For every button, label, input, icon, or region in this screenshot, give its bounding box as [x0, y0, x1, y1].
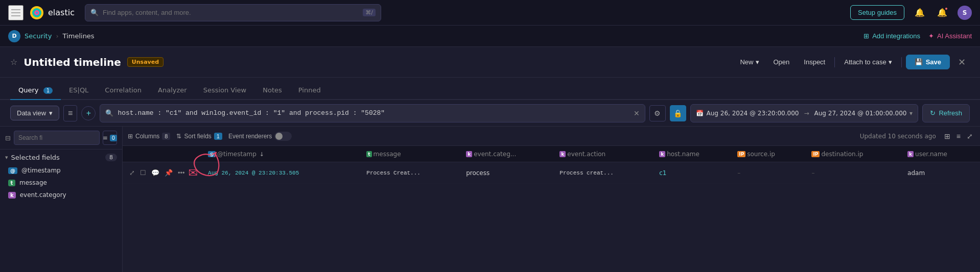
- data-grid-button[interactable]: ⚙: [649, 105, 666, 121]
- table-row: ⤢ ☐ 💬 📌 ••• ✉ Aug 26, 2024 @ 23:20:33.50…: [123, 162, 980, 184]
- open-button[interactable]: Open: [768, 55, 795, 69]
- filter-count-badge: 0: [110, 135, 117, 141]
- tab-analyzer[interactable]: Analyzer: [150, 81, 195, 100]
- user-type-badge: k: [907, 151, 914, 157]
- close-button[interactable]: ✕: [954, 55, 970, 70]
- selected-fields-left: ▾ Selected fields: [5, 154, 60, 161]
- main-content: ⊟ ≡ 0 ▾ Selected fields 8 @ @timestamp: [0, 127, 980, 272]
- lock-button[interactable]: 🔒: [670, 105, 686, 121]
- grid-view-button[interactable]: ⊞: [942, 131, 952, 141]
- user-avatar[interactable]: S: [958, 6, 972, 20]
- notifications-button[interactable]: 🔔: [913, 6, 927, 19]
- top-nav: elastic 🔍 ⌘/ Setup guides 🔔 🔔 S: [0, 0, 980, 26]
- filter-icon: ≡: [103, 134, 108, 141]
- inspect-button[interactable]: Inspect: [799, 55, 830, 69]
- breadcrumb-sep: ›: [56, 32, 58, 40]
- hamburger-menu[interactable]: [8, 5, 24, 20]
- tab-query[interactable]: Query 1: [10, 81, 61, 100]
- event-renderers-button[interactable]: Event renderers: [228, 132, 292, 141]
- col-header-destination-ip: IP destination.ip: [806, 146, 902, 162]
- add-filter-button[interactable]: +: [81, 106, 96, 120]
- col-header-user-name: k user.name: [902, 146, 980, 162]
- event-renderers-toggle[interactable]: [274, 132, 292, 141]
- data-view-label: Data view: [17, 109, 46, 117]
- sort-fields-button[interactable]: ⇅ Sort fields 1: [176, 133, 222, 140]
- query-clear-button[interactable]: ✕: [634, 109, 640, 117]
- field-item-message[interactable]: t message: [5, 177, 117, 189]
- tab-correlation[interactable]: Correlation: [97, 81, 150, 100]
- svg-point-3: [36, 12, 38, 14]
- refresh-button[interactable]: ↻ Refresh: [922, 104, 970, 122]
- ai-assistant-label: AI Assistant: [937, 32, 972, 40]
- ai-icon: ✦: [928, 32, 934, 40]
- data-view-button[interactable]: Data view ▾: [10, 106, 59, 120]
- action-type-badge: k: [559, 151, 566, 157]
- list-view-button[interactable]: ≡: [954, 131, 963, 141]
- tab-session[interactable]: Session View: [195, 81, 255, 100]
- field-type-at-icon: @: [8, 167, 17, 174]
- events-table: @ @timestamp ↓ t message: [123, 146, 980, 184]
- cell-host-name[interactable]: c1: [654, 162, 732, 184]
- setup-guides-button[interactable]: Setup guides: [850, 5, 904, 20]
- select-row-button[interactable]: ☐: [138, 168, 148, 178]
- col-header-event-action: k event.action: [554, 146, 654, 162]
- cell-message: Process Creat...: [361, 162, 461, 184]
- new-label: New: [740, 58, 753, 66]
- expand-row-button[interactable]: ⤢: [128, 168, 136, 178]
- table-area: ⊞ Columns 8 ⇅ Sort fields 1 Event render…: [123, 127, 980, 272]
- alerts-button[interactable]: 🔔: [935, 6, 949, 19]
- global-search-input[interactable]: [103, 9, 359, 16]
- col-header-actions: [123, 146, 203, 162]
- columns-label: Columns: [135, 133, 159, 140]
- date-from: Aug 26, 2024 @ 23:20:00.000: [707, 110, 799, 117]
- star-icon[interactable]: ☆: [10, 57, 17, 67]
- new-button[interactable]: New ▾: [735, 55, 764, 69]
- columns-bar: ⊞ Columns 8 ⇅ Sort fields 1 Event render…: [123, 127, 980, 146]
- field-type-t-icon: t: [8, 180, 15, 186]
- row-actions-cell: ⤢ ☐ 💬 📌 ••• ✉: [123, 162, 203, 184]
- cell-destination-ip: –: [806, 162, 902, 184]
- tab-pinned[interactable]: Pinned: [290, 81, 329, 100]
- date-range-picker[interactable]: 📅 Aug 26, 2024 @ 23:20:00.000 → Aug 27, …: [690, 104, 919, 122]
- save-button[interactable]: 💾 Save: [906, 55, 950, 69]
- selected-fields-header[interactable]: ▾ Selected fields 8: [5, 154, 117, 161]
- columns-count-badge: 8: [162, 133, 170, 140]
- table-wrapper: @ @timestamp ↓ t message: [123, 146, 980, 184]
- ai-assistant-button[interactable]: ✦ AI Assistant: [928, 32, 972, 40]
- elastic-logo: elastic: [30, 6, 75, 20]
- timeline-title: Untitled timeline: [24, 56, 121, 68]
- field-item-event-category[interactable]: k event.category: [5, 189, 117, 201]
- global-search-bar[interactable]: 🔍 ⌘/: [85, 4, 381, 21]
- breadcrumb-timelines: Timelines: [63, 32, 95, 40]
- field-filter-button[interactable]: ≡ 0: [103, 131, 117, 145]
- field-item-timestamp[interactable]: @ @timestamp: [5, 164, 117, 177]
- field-search-input[interactable]: [14, 131, 100, 145]
- panel-toggle-icon[interactable]: ⊟: [5, 134, 11, 142]
- col-header-message: t message: [361, 146, 461, 162]
- add-integrations-label: Add integrations: [872, 32, 920, 40]
- selected-fields-section: ▾ Selected fields 8 @ @timestamp t messa…: [0, 150, 122, 205]
- breadcrumb-security[interactable]: Security: [25, 32, 52, 40]
- tab-esql[interactable]: ES|QL: [61, 81, 97, 100]
- expand-view-button[interactable]: ⤢: [965, 131, 975, 141]
- cat-type-badge: k: [466, 151, 472, 157]
- query-input[interactable]: [118, 109, 629, 117]
- user-header-label: user.name: [915, 151, 947, 158]
- breadcrumb-right: ⊞ Add integrations ✦ AI Assistant: [864, 32, 972, 40]
- ts-sort-arrow[interactable]: ↓: [260, 151, 264, 158]
- date-expand-button[interactable]: ▾: [909, 110, 913, 117]
- tab-query-label: Query: [18, 86, 39, 94]
- attach-to-case-button[interactable]: Attach to case ▾: [839, 55, 897, 69]
- pin-row-button[interactable]: 📌: [163, 168, 174, 178]
- columns-button[interactable]: ⊞ Columns 8: [128, 133, 170, 140]
- chevron-down-icon: ▾: [5, 154, 8, 161]
- action-header-label: event.action: [567, 151, 605, 158]
- elastic-brand-text: elastic: [48, 8, 75, 17]
- columns-icon: ⊞: [128, 133, 133, 140]
- tab-notes[interactable]: Notes: [254, 81, 290, 100]
- note-row-button[interactable]: 💬: [150, 168, 161, 178]
- filter-options-button[interactable]: ≡: [63, 105, 77, 121]
- dst-header-label: destination.ip: [821, 151, 863, 158]
- add-integrations-button[interactable]: ⊞ Add integrations: [864, 32, 920, 40]
- more-row-button[interactable]: •••: [176, 168, 186, 178]
